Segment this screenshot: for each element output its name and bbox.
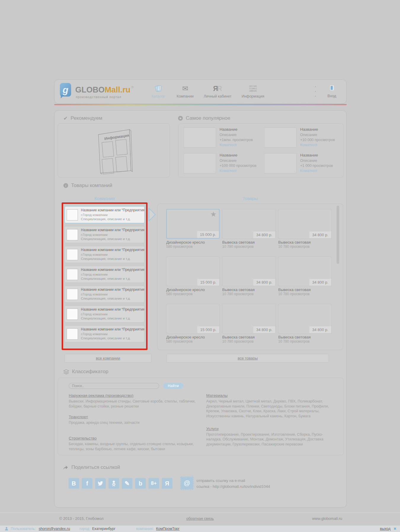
- nav-item-catalog[interactable]: Каталог: [150, 84, 167, 98]
- logout-close-icon[interactable]: ✖: [393, 527, 396, 531]
- classifier-left-column: Наружная реклама (производство)Вывески, …: [69, 393, 202, 451]
- product-price: 34 800 р.: [253, 326, 275, 333]
- category-title-link[interactable]: Строительство: [69, 436, 97, 440]
- all-products-button[interactable]: все товары: [167, 354, 329, 362]
- login-label: Вход: [321, 94, 342, 98]
- classifier-title: Классификатор: [72, 369, 108, 375]
- search-button[interactable]: Найти: [163, 383, 183, 389]
- googleplus-icon[interactable]: 8+: [148, 478, 159, 489]
- product-price: 34 800 р.: [309, 279, 331, 286]
- product-card[interactable]: 34 800 р.Вывеска световая10 780 просмотр…: [278, 209, 332, 248]
- info-stand-drawing: Информация: [89, 126, 139, 175]
- product-card[interactable]: 34 800 р.Вывеска световая10 780 просмотр…: [222, 209, 276, 248]
- category-title-link[interactable]: Наружная реклама (производство): [69, 393, 133, 398]
- product-name: Вывеска световая: [278, 240, 332, 245]
- popular-item-image: [183, 153, 216, 173]
- nav-item-companies[interactable]: ✉Компании: [177, 84, 193, 98]
- popular-item[interactable]: НазваниеОписание+1млн. просмотровКомапни…: [183, 127, 264, 153]
- logo[interactable]: g GLOBOMall.ru® производственный портал: [60, 83, 134, 99]
- company-card[interactable]: Название компании или “Предприятия”г.Гор…: [65, 246, 145, 263]
- email-stamp-icon[interactable]: @: [180, 476, 194, 490]
- product-card[interactable]: 34 800 р.Вывеска световая10 780 просмотр…: [222, 256, 276, 295]
- company-card[interactable]: Название компании или “Предприятия”г.Гор…: [65, 325, 145, 342]
- search-input[interactable]: [69, 383, 159, 389]
- popular-item[interactable]: НазваниеОписание+1 000 просмотровКомапни…: [264, 153, 345, 179]
- category-title-link[interactable]: Материалы: [206, 393, 228, 398]
- product-name: Вывеска световая: [278, 335, 332, 339]
- company-card[interactable]: Название компании или “Предприятия”г.Гор…: [65, 266, 145, 283]
- popular-grid: НазваниеОписание+1млн. просмотровКомапни…: [183, 127, 343, 179]
- popular-item-description: Описание: [300, 132, 335, 138]
- company-logo-placeholder: [67, 249, 78, 260]
- product-views: 10 780 просмотров: [278, 339, 332, 344]
- recommended-title: Рекомендуем: [71, 115, 102, 121]
- company-card[interactable]: Название компании или “Предприятия”г.Гор…: [65, 286, 145, 303]
- nav-item-cabinet[interactable]: ЯRЛичный кабинет: [204, 84, 231, 98]
- product-image-placeholder: 15 000 р.: [166, 256, 220, 286]
- brand-text: GLOBOMall.ru® производственный портал: [75, 83, 134, 99]
- popular-item-image: [183, 127, 216, 148]
- all-companies-button[interactable]: все компании: [65, 354, 151, 362]
- user-email-link[interactable]: shoron@yandex.ru: [39, 527, 70, 531]
- popular-item[interactable]: НазваниеОписание+100 000 просмотровКомап…: [183, 153, 264, 179]
- login-button[interactable]: Вход: [321, 85, 342, 98]
- product-card[interactable]: 15 000 р.Дизайнерское кресло580 просмотр…: [166, 256, 220, 295]
- product-price: 15 000 р.: [197, 279, 219, 286]
- user-person-icon: [5, 527, 8, 531]
- category-title-link[interactable]: Услуги: [206, 426, 219, 431]
- company-products-heading: i Товары компаний: [63, 183, 112, 188]
- product-image-placeholder: 34 800 р.: [278, 209, 332, 239]
- company-city: г.Город комапнии: [81, 332, 144, 336]
- category-description: Акрил, Черный метал, Цветной метал, Дере…: [206, 399, 335, 419]
- email-share-text: отправить ссылку на e-mail ссылка - http…: [196, 478, 270, 490]
- company-name: Название компании или “Предприятия”: [81, 327, 144, 332]
- city-value: Екатеринбург: [92, 527, 116, 531]
- company-card[interactable]: Название компании или “Предприятия”г.Гор…: [65, 226, 145, 243]
- popular-item-company-link[interactable]: Комапния: [220, 143, 253, 148]
- company-card[interactable]: Название компании или “Предприятия”г.Гор…: [65, 306, 145, 322]
- popular-item-description: Описание: [220, 132, 253, 138]
- product-card[interactable]: 34 800 р.Вывеска световая10 780 просмотр…: [278, 256, 332, 295]
- nav-item-information[interactable]: 101110111100111000101Информация: [241, 84, 264, 98]
- recommended-panel[interactable]: Информация: [58, 123, 170, 178]
- product-card[interactable]: ★15 000 р.Дизайнерское кресло580 просмот…: [166, 209, 220, 248]
- company-name: Название компании или “Предприятия”: [81, 248, 144, 253]
- company-products-title: Товары компаний: [71, 183, 112, 188]
- company-link[interactable]: КомПромТорг: [156, 527, 180, 531]
- category-block: МатериалыАкрил, Черный метал, Цветной ме…: [206, 393, 335, 419]
- popular-item-image: [264, 153, 297, 173]
- product-price: 15 000 р.: [197, 326, 219, 333]
- product-name: Вывеска световая: [222, 240, 276, 245]
- category-title-link[interactable]: Транспорт: [69, 415, 88, 419]
- popular-item-company-link[interactable]: Комапния: [220, 168, 256, 173]
- logout-link[interactable]: выход: [380, 527, 391, 531]
- product-name: Дизайнерское кресло: [166, 335, 220, 339]
- footer-divider: [0, 512, 400, 513]
- product-image-placeholder: 34 800 р.: [222, 209, 276, 239]
- share-arrow-icon: [63, 465, 68, 470]
- product-card[interactable]: 34 800 р.Вывеска световая10 780 просмотр…: [278, 304, 332, 343]
- popular-item-company-link[interactable]: Комапния: [300, 168, 333, 173]
- facebook-icon[interactable]: f: [82, 478, 92, 489]
- popular-item-text: НазваниеОписание+10 000 просмотровКомапн…: [300, 127, 335, 153]
- company-card[interactable]: Название компании или “Предприятия”г.Гор…: [65, 206, 145, 223]
- nav-label: Информация: [241, 94, 264, 98]
- company-logo-placeholder: [67, 209, 78, 221]
- popular-item-company-link[interactable]: Комапния: [300, 143, 335, 148]
- product-card[interactable]: 15 000 р.Дизайнерское кресло580 просмотр…: [166, 304, 220, 343]
- vk-icon[interactable]: В: [68, 478, 79, 489]
- twitter-icon[interactable]: [95, 478, 106, 489]
- product-card[interactable]: 34 800 р.Вывеска световая10 780 просмотр…: [222, 304, 276, 343]
- social-icons-row: Вf✎b8+Я: [68, 478, 172, 489]
- odnoklassniki-icon[interactable]: [108, 478, 119, 489]
- brand-tagline: производственный портал: [76, 95, 134, 99]
- page: g GLOBOMall.ru® производственный портал …: [0, 0, 400, 532]
- company-city: г.Город комапнии: [81, 312, 144, 317]
- blogger-icon[interactable]: b: [135, 478, 146, 489]
- products-scrollbar[interactable]: [337, 206, 339, 264]
- popular-item-description: Описание: [220, 158, 256, 163]
- popular-item-text: НазваниеОписание+100 000 просмотровКомап…: [220, 153, 256, 179]
- yandex-icon[interactable]: Я: [162, 478, 172, 489]
- popular-item[interactable]: НазваниеОписание+10 000 просмотровКомапн…: [264, 127, 345, 153]
- livejournal-icon[interactable]: ✎: [122, 478, 132, 489]
